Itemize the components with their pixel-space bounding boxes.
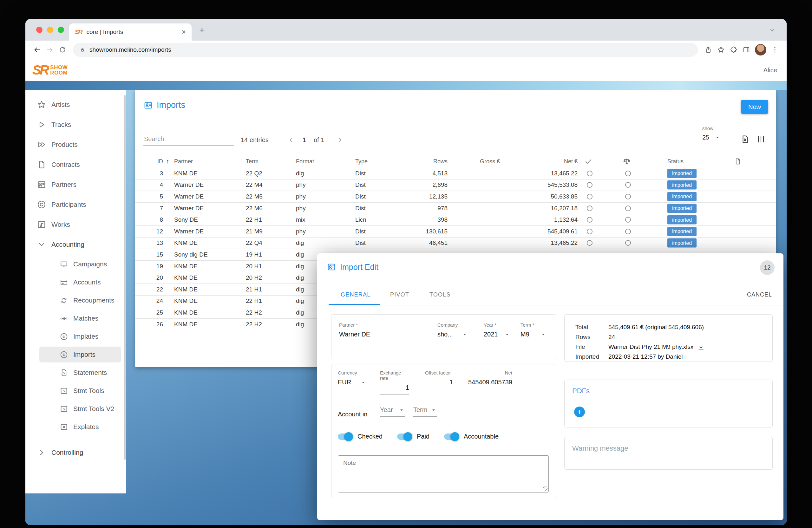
column-header-type[interactable]: Type [355,158,368,165]
tab-pivot[interactable]: PIVOT [390,291,409,298]
field-label: Net [465,370,512,376]
bookmark-star-icon[interactable] [715,44,726,55]
sidebar-item-contracts[interactable]: Contracts [25,155,126,174]
sidebar-section-controlling[interactable]: Controlling [25,442,126,463]
address-bar[interactable]: showroom.melino.com/imports [73,43,698,57]
columns-icon[interactable] [756,134,766,144]
note-column-icon[interactable] [734,158,742,165]
table-row[interactable]: 13KNM DE22 Q4digDist46,45113,465.22impor… [135,237,776,249]
offset-factor-field[interactable]: Offset factor 1 [425,370,453,389]
page-number[interactable]: 1 [303,136,306,144]
note-textarea[interactable]: Note [338,455,549,493]
table-row[interactable]: 7Warner DE22 M6phyDist97816,207.18import… [135,203,776,214]
column-header-partner[interactable]: Partner [174,158,193,165]
tab-tools[interactable]: TOOLS [430,291,451,298]
field-value: 1 [380,384,409,395]
sidebar-item-stmt-tools-v2[interactable]: $Stmt Tools V2 [39,401,121,417]
close-window-button[interactable] [36,27,43,33]
back-icon[interactable] [32,44,43,55]
table-row[interactable]: 5Warner DE22 M5phyDist12,13550,633.85imp… [135,191,776,203]
forward-icon[interactable] [44,44,55,55]
sidebar-item-partners[interactable]: Partners [25,174,126,194]
sidebar-item-recoupments[interactable]: Recoupments [39,292,121,308]
column-header-format[interactable]: Format [296,158,314,165]
net-field[interactable]: Net 545409.605739 [465,370,512,389]
cell-id: 25 [145,309,163,316]
sidebar-item-imports[interactable]: Imports [39,347,121,363]
table-row[interactable]: 4Warner DE22 M4phyDist2,698545,533.08imp… [135,179,776,191]
logo-mark: SR [32,63,47,77]
browser-menu-kebab-icon[interactable] [769,44,780,55]
check-column-icon[interactable] [584,157,593,165]
profile-avatar[interactable] [755,44,766,56]
sidebar-item-works[interactable]: Works [25,214,126,234]
browser-tab[interactable]: SR core | Imports × [69,24,192,41]
column-header-term[interactable]: Term [246,158,259,165]
account-term-select[interactable]: Term [413,406,437,417]
tab-general[interactable]: GENERAL [340,291,371,298]
cell-term: 22 M5 [246,193,263,200]
sidebar-item-explates[interactable]: Explates [39,419,121,435]
sidebar-section-accounting[interactable]: Accounting [25,234,126,254]
search-input[interactable] [143,133,234,146]
sidebar-item-tracks[interactable]: Tracks [25,115,126,134]
sidebar-item-participants[interactable]: Participants [25,194,126,214]
page-size-select[interactable]: 25 [702,134,721,143]
sidebar-item-stmt-tools[interactable]: $Stmt Tools [39,383,121,399]
new-tab-button[interactable]: + [199,25,205,35]
account-year-select[interactable]: Year [380,406,405,417]
column-header-net[interactable]: Net € [512,158,578,165]
reload-icon[interactable] [57,44,68,55]
warning-title: Warning message [572,444,628,453]
term-select[interactable]: Term * M9 [521,322,547,341]
sidebar-item-products[interactable]: Products [25,134,126,155]
sort-ascending-icon[interactable]: ↑ [166,158,169,165]
minimize-window-button[interactable] [47,27,53,33]
extensions-puzzle-icon[interactable] [728,44,739,55]
sidebar-item-campaigns[interactable]: Campaigns [39,256,121,272]
share-icon[interactable] [703,44,714,55]
padlock-icon[interactable] [79,47,86,53]
cancel-button[interactable]: CANCEL [747,291,772,298]
search-field[interactable] [143,133,233,146]
add-pdf-button[interactable]: + [574,407,585,417]
new-button[interactable]: New [741,100,768,114]
sidebar-item-statements[interactable]: $Statements [39,365,121,381]
cell-type: Dist [355,193,366,200]
column-header-gross[interactable]: Gross € [453,158,500,165]
accountable-toggle[interactable] [444,434,459,440]
cell-type: Licn [355,216,366,223]
sidebar-item-matches[interactable]: Matches [39,310,121,326]
tab-search-chevron-icon[interactable] [769,27,776,34]
column-header-status[interactable]: Status [667,158,683,165]
previous-page-icon[interactable] [287,136,295,145]
tab-close-icon[interactable]: × [182,28,186,36]
year-select[interactable]: Year * 2021 [484,322,510,341]
sidebar-item-implates[interactable]: Implates [39,328,121,344]
paid-toggle[interactable] [397,434,412,440]
accountable-toggle-group: Accountable [444,433,498,440]
checked-toggle[interactable] [338,434,352,440]
sidebar-item-accounts[interactable]: Accounts [39,274,121,290]
column-header-rows[interactable]: Rows [386,158,448,165]
fullscreen-window-button[interactable] [58,27,64,33]
table-row[interactable]: 3KNM DE22 Q2digDist4,51313,465.22importe… [135,168,776,179]
tab-title: core | Imports [86,29,182,35]
download-icon[interactable] [697,343,705,351]
column-header-id[interactable]: ID [145,158,163,165]
user-menu[interactable]: Alice [764,67,777,74]
side-panel-icon[interactable] [741,44,752,55]
next-page-icon[interactable] [336,136,345,145]
currency-select[interactable]: Currency EUR [338,370,366,389]
table-row[interactable]: 12Warner DE21 M9phyDist130,615545,409.61… [135,226,776,237]
scale-column-icon[interactable] [623,157,631,165]
sidebar-scrollbar[interactable] [124,95,126,460]
table-row[interactable]: 8Sony DE22 H1mixLicn3981,132.64imported [135,214,776,226]
partner-field[interactable]: Partner * Warner DE [339,322,429,341]
sidebar-item-artists[interactable]: Artists [25,94,126,115]
export-excel-icon[interactable] [740,134,750,144]
resize-handle[interactable] [543,486,548,491]
company-select[interactable]: Company sho... [437,322,468,341]
cell-id: 20 [145,274,163,281]
exchange-rate-field[interactable]: Exchange rate 1 [380,370,409,395]
